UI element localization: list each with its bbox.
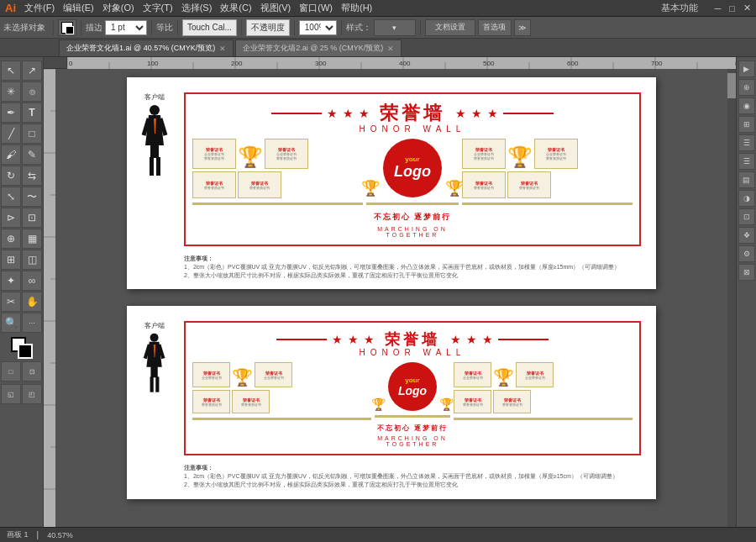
column-graph-tool[interactable]: ▦	[22, 229, 42, 249]
tool-pair-6: ↻ ⇆	[1, 166, 42, 186]
opacity-value-select[interactable]: 100%	[299, 20, 337, 35]
magic-wand-tool[interactable]: ✳	[1, 82, 21, 102]
svg-point-47	[150, 334, 159, 342]
right-panel-btn-8[interactable]: ◑	[738, 190, 755, 207]
blend-tool[interactable]: ∞	[22, 271, 42, 291]
right-panel-btn-6[interactable]: ☰	[738, 153, 755, 170]
pencil-tool[interactable]: ✎	[22, 145, 42, 165]
right-panel-btn-10[interactable]: ❖	[738, 227, 755, 244]
p2-shelf-board-center	[375, 415, 450, 418]
paintbrush-tool[interactable]: 🖌	[1, 145, 21, 165]
gradient-tool[interactable]: ◫	[22, 250, 42, 270]
p2-trophy-c-left: 🏆	[371, 397, 386, 411]
page2-right-shelf: 荣誉证书 企业荣誉证书 🏆 荣誉证书 企业荣誉证书	[454, 362, 633, 447]
doc-settings-btn[interactable]: 文档设置	[425, 19, 475, 36]
right-star-line-2	[498, 339, 549, 340]
no-selection-label: 未选择对象	[3, 22, 45, 34]
menu-view[interactable]: 视图(V)	[260, 2, 291, 14]
left-star-line-1	[271, 113, 322, 114]
page1-person-area: 客户端	[134, 84, 176, 282]
menu-select[interactable]: 选择(S)	[181, 2, 213, 14]
eyedropper-tool[interactable]: ✦	[1, 271, 21, 291]
touch-cal-button[interactable]: Touch Cal...	[182, 19, 237, 36]
zoom-level: 40.57%	[47, 531, 73, 539]
minimize-btn[interactable]: ─	[715, 3, 722, 13]
lasso-tool[interactable]: ⌾	[22, 82, 42, 102]
warp-tool[interactable]: 〜	[22, 187, 42, 207]
mesh-tool[interactable]: ⊞	[1, 250, 21, 270]
left-shelf-top: 荣誉证书 企业荣誉证书 荣誉资质证书 🏆 荣誉证书 企业荣誉证书	[192, 139, 363, 169]
reflect-tool[interactable]: ⇆	[22, 166, 42, 186]
page1-notes: 注意事项： 1、2cm（彩色）PVC覆膜UV 或 亚克力覆膜UV，铝反光铝制板，…	[184, 255, 641, 279]
width-tool[interactable]: ⊳	[1, 208, 21, 228]
document-page-1: 客户端	[127, 77, 656, 289]
type-tool[interactable]: T	[22, 103, 42, 123]
menu-edit[interactable]: 编辑(E)	[63, 2, 94, 14]
menu-object[interactable]: 对象(O)	[102, 2, 134, 14]
tab-1-close[interactable]: ✕	[387, 45, 394, 53]
extra-tool[interactable]: ⋯	[22, 313, 42, 333]
canvas-area[interactable]: 0 100 200 300 400 500 600 700 800	[44, 57, 736, 542]
hand-tool[interactable]: ✋	[22, 292, 42, 312]
vertical-scrollbar[interactable]	[727, 69, 736, 542]
fill-stroke-swatch[interactable]	[11, 337, 33, 359]
star-p2-6: ★	[482, 333, 493, 346]
right-panel-btn-2[interactable]: ⊕	[738, 79, 755, 96]
shelves-area-2: 荣誉证书 企业荣誉证书 🏆 荣誉证书 企业荣誉证书	[192, 362, 633, 447]
menu-help[interactable]: 帮助(H)	[341, 2, 372, 14]
right-panel-btn-4[interactable]: ⊞	[738, 116, 755, 133]
opacity-button[interactable]: 不透明度	[246, 19, 290, 36]
rotate-tool[interactable]: ↻	[1, 166, 21, 186]
menu-type[interactable]: 文字(T)	[143, 2, 173, 14]
p2-shelf-cert-7: 荣誉证书 荣誉资质证书	[454, 390, 491, 413]
direct-select-tool[interactable]: ↗	[22, 61, 42, 81]
menu-effect[interactable]: 效果(C)	[220, 2, 251, 14]
scrollbar-thumb[interactable]	[727, 73, 736, 98]
right-panel-btn-1[interactable]: ▶	[738, 61, 755, 77]
vertical-ruler: 0	[44, 69, 55, 542]
right-shelf-group: 荣誉证书 企业荣誉证书 荣誉资质证书 🏆 荣誉证书 企业荣誉证书	[462, 139, 633, 238]
maximize-btn[interactable]: □	[729, 3, 735, 13]
mask-mode-btn[interactable]: ⊡	[22, 361, 42, 382]
document-page-2: 客户端	[127, 306, 656, 498]
horizontal-ruler: 0 100 200 300 400 500 600 700 800	[67, 57, 736, 69]
normal-mode-btn[interactable]: □	[1, 361, 21, 382]
select-tool[interactable]: ↖	[1, 61, 21, 81]
tool-pair-7: ⤡ 〜	[1, 187, 42, 207]
scale-tool[interactable]: ⤡	[1, 187, 21, 207]
right-panel-btn-9[interactable]: ⊡	[738, 208, 755, 225]
right-panel-btn-12[interactable]: ⊠	[738, 264, 755, 281]
title-stars-row-2: ★ ★ ★ 荣誉墙 ★ ★ ★	[192, 329, 633, 350]
symbol-spray-tool[interactable]: ⊕	[1, 229, 21, 249]
rect-tool[interactable]: □	[22, 124, 42, 144]
style-dropdown[interactable]: ▾	[374, 19, 416, 36]
right-panel-btn-11[interactable]: ⚙	[738, 245, 755, 262]
p2-trophy-right: 🏆	[493, 367, 514, 387]
canvas-content[interactable]: 客户端	[55, 69, 727, 542]
tab-1[interactable]: 企业荣誉文化墙2.ai @ 25 % (CMYK/预览) ✕	[235, 39, 402, 56]
tab-1-label: 企业荣誉文化墙2.ai @ 25 % (CMYK/预览)	[243, 43, 383, 54]
svg-rect-44	[156, 157, 160, 176]
extra-btn[interactable]: ≫	[514, 19, 531, 36]
screen-mode-btn[interactable]: ◱	[1, 384, 21, 404]
pen-tool[interactable]: ✒	[1, 103, 21, 123]
zoom-tool[interactable]: 🔍	[1, 313, 21, 333]
stroke-fill-btn[interactable]	[58, 19, 76, 36]
menu-file[interactable]: 文件(F)	[24, 2, 55, 14]
screen-mode2-btn[interactable]: ◰	[22, 384, 42, 404]
right-panel-btn-3[interactable]: ◉	[738, 97, 755, 114]
stroke-width-select[interactable]: 1 pt	[105, 20, 147, 35]
canvas-scroll-area[interactable]: 0 客户端	[44, 69, 736, 542]
tab-0-close[interactable]: ✕	[219, 45, 226, 53]
scissors-tool[interactable]: ✂	[1, 292, 21, 312]
close-btn[interactable]: ✕	[743, 3, 751, 13]
right-panel-btn-7[interactable]: ▤	[738, 171, 755, 188]
line-tool[interactable]: ╱	[1, 124, 21, 144]
shelf-cert-6: 荣誉证书 企业荣誉证书 荣誉资质证书	[534, 139, 578, 169]
star-2: ★	[343, 107, 354, 120]
right-panel-btn-5[interactable]: ☰	[738, 134, 755, 151]
free-transform-tool[interactable]: ⊡	[22, 208, 42, 228]
menu-window[interactable]: 窗口(W)	[299, 2, 333, 14]
first-choice-btn[interactable]: 首选项	[478, 19, 512, 36]
tab-0[interactable]: 企业荣誉文化墙1.ai @ 40.57% (CMYK/预览) ✕	[59, 39, 234, 56]
